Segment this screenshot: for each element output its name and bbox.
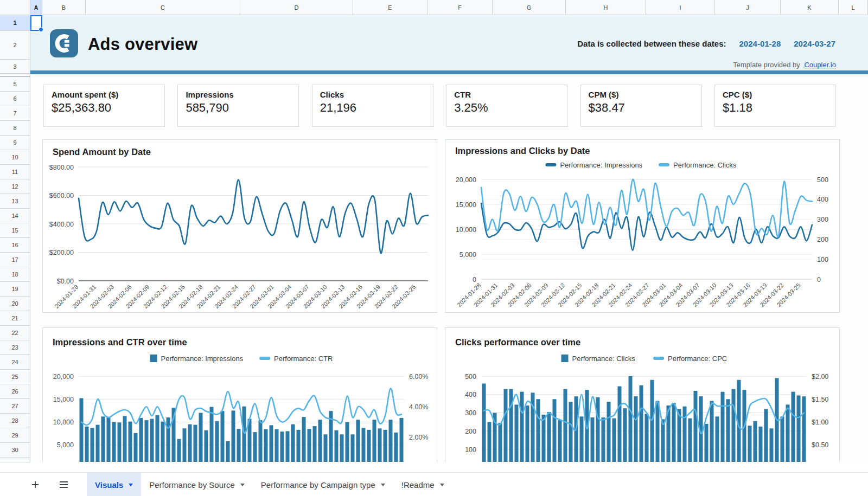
- column-header-f[interactable]: F: [427, 0, 493, 15]
- svg-text:Performance: CTR: Performance: CTR: [274, 355, 333, 363]
- all-sheets-button[interactable]: [55, 473, 72, 496]
- row-header-26[interactable]: 26: [0, 384, 30, 399]
- row-header-19[interactable]: 19: [0, 282, 30, 297]
- svg-text:0: 0: [473, 276, 476, 284]
- svg-text:Clicks performance over time: Clicks performance over time: [455, 337, 580, 347]
- sheet-select-all-corner[interactable]: [0, 0, 30, 15]
- row-header-29[interactable]: 29: [0, 428, 30, 443]
- fill-handle[interactable]: [39, 27, 43, 32]
- sheet-tab-label: Performance by Campaign type: [261, 480, 375, 489]
- column-header-g[interactable]: G: [493, 0, 566, 15]
- chevron-down-icon[interactable]: [381, 484, 385, 486]
- svg-text:$200.00: $200.00: [49, 249, 74, 256]
- date-end-value[interactable]: 2024-03-27: [794, 39, 835, 48]
- kpi-card-amount-spent: Amount spent ($)$25,363.80: [43, 85, 165, 127]
- row-header-10[interactable]: 10: [0, 150, 30, 165]
- row-header-7[interactable]: 7: [0, 106, 30, 121]
- row-header-11[interactable]: 11: [0, 165, 30, 179]
- column-header-d[interactable]: D: [240, 0, 353, 15]
- row-header-8[interactable]: 8: [0, 121, 30, 136]
- add-sheet-button[interactable]: [27, 473, 43, 496]
- column-headers: ABCDEFGHIJKL: [30, 0, 868, 15]
- date-start-value[interactable]: 2024-01-28: [739, 39, 781, 48]
- dates-label: Data is collected between these dates:: [577, 39, 726, 48]
- svg-text:200: 200: [817, 236, 828, 243]
- row-header-partial: [0, 458, 30, 462]
- kpi-card-impressions: Impressions585,790: [177, 85, 299, 127]
- svg-text:20,000: 20,000: [53, 373, 74, 381]
- svg-text:$600.00: $600.00: [49, 192, 74, 199]
- row-header-25[interactable]: 25: [0, 370, 30, 384]
- sheet-tab-performance-by-campaign-type[interactable]: Performance by Campaign type: [253, 473, 393, 496]
- kpi-label: Amount spent ($): [52, 90, 157, 99]
- svg-text:Performance: Impressions: Performance: Impressions: [161, 355, 244, 363]
- svg-text:15,000: 15,000: [53, 396, 74, 403]
- svg-text:$1.50: $1.50: [812, 396, 828, 403]
- row-header-30[interactable]: 30: [0, 443, 30, 458]
- row-header-1[interactable]: 1: [0, 15, 30, 31]
- row-header-3[interactable]: 3: [0, 60, 30, 74]
- column-header-i[interactable]: I: [646, 0, 715, 15]
- row-header-14[interactable]: 14: [0, 209, 30, 223]
- sheet-tab-performance-by-source[interactable]: Performance by Source: [141, 473, 253, 496]
- row-header-9[interactable]: 9: [0, 136, 30, 150]
- row-header-18[interactable]: 18: [0, 267, 30, 282]
- row-header-20[interactable]: 20: [0, 297, 30, 311]
- chevron-down-icon[interactable]: [440, 484, 444, 486]
- chart-impressions-and-ctr-over-time: 5,00010,00015,00020,0002.00%4.00%6.00%Pe…: [42, 327, 437, 462]
- row-header-23[interactable]: 23: [0, 340, 30, 355]
- coupler-link[interactable]: Coupler.io: [804, 61, 836, 69]
- column-header-c[interactable]: C: [86, 0, 240, 15]
- svg-text:300: 300: [465, 409, 476, 417]
- row-header-12[interactable]: 12: [0, 179, 30, 194]
- row-header-24[interactable]: 24: [0, 355, 30, 370]
- svg-text:6.00%: 6.00%: [409, 373, 428, 381]
- dashboard-body: Amount spent ($)$25,363.80Impressions585…: [30, 74, 868, 462]
- row-header-22[interactable]: 22: [0, 326, 30, 340]
- plus-icon: [31, 480, 40, 489]
- row-header-27[interactable]: 27: [0, 399, 30, 414]
- column-header-j[interactable]: J: [715, 0, 781, 15]
- row-header-28[interactable]: 28: [0, 414, 30, 428]
- row-header-5[interactable]: 5: [0, 77, 30, 92]
- coupler-logo-icon: [50, 29, 78, 57]
- row-header-21[interactable]: 21: [0, 311, 30, 326]
- svg-text:5,000: 5,000: [459, 251, 476, 259]
- kpi-value: 585,790: [186, 101, 291, 115]
- row-header-6[interactable]: 6: [0, 92, 30, 106]
- column-header-k[interactable]: K: [781, 0, 839, 15]
- column-header-l[interactable]: L: [839, 0, 868, 15]
- svg-text:$1.00: $1.00: [812, 418, 828, 426]
- column-header-h[interactable]: H: [566, 0, 646, 15]
- svg-text:$2.00: $2.00: [812, 373, 828, 381]
- kpi-value: $38.47: [589, 101, 694, 115]
- chevron-down-icon[interactable]: [240, 484, 245, 486]
- svg-text:20,000: 20,000: [456, 176, 476, 184]
- row-header-16[interactable]: 16: [0, 238, 30, 253]
- selected-cell-a1[interactable]: [30, 15, 42, 31]
- svg-text:Performance: Impressions: Performance: Impressions: [560, 161, 642, 169]
- row-headers: 1235678910111213141516171819202122232425…: [0, 15, 30, 462]
- kpi-label: Clicks: [320, 90, 425, 99]
- sheet-tab-label: Visuals: [95, 480, 123, 489]
- sheet-tab-readme[interactable]: !Readme: [393, 473, 452, 496]
- column-header-e[interactable]: E: [353, 0, 427, 15]
- sheet-canvas: Ads overview Data is collected between t…: [30, 15, 868, 462]
- sheet-tab-visuals[interactable]: Visuals: [87, 473, 141, 496]
- kpi-card-cpc: CPC ($)$1.18: [714, 85, 836, 127]
- svg-text:Performance: Clicks: Performance: Clicks: [673, 161, 737, 169]
- kpi-label: CPM ($): [589, 90, 694, 99]
- kpi-label: Impressions: [186, 90, 291, 99]
- kpi-value: 3.25%: [454, 101, 559, 115]
- row-header-2[interactable]: 2: [0, 31, 30, 60]
- sheet-tab-label: !Readme: [401, 480, 435, 489]
- svg-text:300: 300: [817, 216, 828, 223]
- row-header-15[interactable]: 15: [0, 223, 30, 238]
- row-header-17[interactable]: 17: [0, 253, 30, 267]
- chevron-down-icon[interactable]: [129, 484, 133, 486]
- column-header-a[interactable]: A: [30, 0, 42, 15]
- svg-text:Performance: CPC: Performance: CPC: [668, 355, 727, 363]
- column-header-b[interactable]: B: [42, 0, 86, 15]
- svg-text:Spend Amount by Date: Spend Amount by Date: [53, 147, 151, 157]
- row-header-13[interactable]: 13: [0, 194, 30, 209]
